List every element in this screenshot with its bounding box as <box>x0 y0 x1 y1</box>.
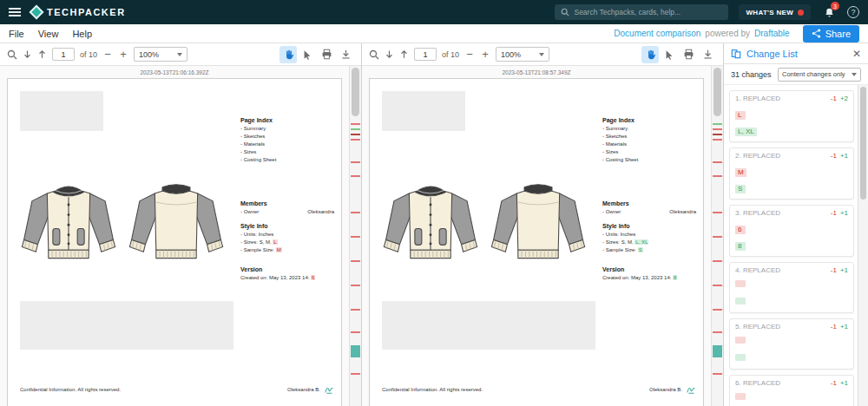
change-marker <box>351 161 360 163</box>
added-highlight: L, XL <box>635 239 648 245</box>
previous-match-icon[interactable] <box>37 49 47 59</box>
right-viewer-toolbar: of 10 − + 100% <box>362 43 723 66</box>
zoom-in-button[interactable]: + <box>480 49 490 60</box>
page-number-input[interactable] <box>414 48 437 61</box>
zoom-out-button[interactable]: − <box>102 49 113 60</box>
change-marker <box>351 139 360 141</box>
added-highlight: S <box>638 247 643 252</box>
change-list-scrollbar[interactable] <box>858 85 868 406</box>
change-marker <box>713 236 722 238</box>
page-index-item: - Materials <box>240 141 334 148</box>
jacket-back-sketch <box>126 160 227 285</box>
right-doc-scrollbar[interactable] <box>711 66 723 406</box>
menu-file[interactable]: File <box>9 29 24 39</box>
confidential-note: Confidential Information. All rights res… <box>20 387 121 392</box>
left-doc-page: Page Index - Summary - Sketches - Materi… <box>7 78 342 406</box>
page-index-section: Page Index - Summary - Sketches - Materi… <box>602 117 696 164</box>
added-count: +1 <box>840 209 848 217</box>
members-section: Members - Owner Oleksandra <box>240 200 334 216</box>
hamburger-menu-icon[interactable] <box>9 8 21 16</box>
change-marker <box>713 309 722 311</box>
change-item[interactable]: 2. REPLACED -1 +1 M S <box>729 147 854 200</box>
change-item[interactable]: 1. REPLACED -1 +2 L L, XL <box>729 90 854 142</box>
scrollbar-thumb[interactable] <box>713 68 721 116</box>
version-section: Version Created on: May 13, 2023 14: 6 <box>240 266 334 282</box>
jacket-sketches <box>18 160 227 285</box>
removed-count: -1 <box>831 379 837 387</box>
search-placeholder: Search Techpacks, cards, help... <box>574 8 681 16</box>
zoom-level-value: 100% <box>501 50 521 59</box>
left-document-viewer: of 10 − + 100% 2023-05-13T21:06:16.392Z <box>0 43 362 406</box>
old-value: M <box>735 168 746 177</box>
change-item[interactable]: 5. REPLACED -1 +1 <box>729 318 854 370</box>
removed-count: -1 <box>831 152 837 160</box>
share-button[interactable]: Share <box>803 25 859 43</box>
scrollbar-thumb[interactable] <box>352 68 359 116</box>
page-index-title: Page Index <box>602 117 696 123</box>
select-tool-button[interactable] <box>299 46 316 63</box>
notifications-button[interactable]: 3 <box>821 4 837 20</box>
print-button[interactable] <box>318 46 335 63</box>
pan-tool-button[interactable] <box>641 46 659 63</box>
page-footer: Confidential Information. All rights res… <box>20 384 334 395</box>
draftable-link[interactable]: Draftable <box>754 29 790 38</box>
global-search-input[interactable]: Search Techpacks, cards, help... <box>555 4 728 20</box>
help-button[interactable]: ? <box>847 6 859 18</box>
print-button[interactable] <box>680 46 697 63</box>
page-index-item: - Summary <box>602 125 696 133</box>
sizes-line: - Sizes: S, M, L <box>240 239 334 246</box>
change-list-scroll-area[interactable]: 1. REPLACED -1 +2 L L, XL 2. REPLACED -1… <box>724 85 868 406</box>
change-marker <box>351 236 360 238</box>
old-value: 6 <box>735 226 746 234</box>
chevron-down-icon <box>852 73 857 76</box>
find-in-document-icon[interactable] <box>369 49 379 60</box>
download-button[interactable] <box>699 46 716 63</box>
zoom-level-select[interactable]: 100% <box>134 47 187 62</box>
scrollbar-thumb[interactable] <box>860 87 866 200</box>
find-in-document-icon[interactable] <box>7 49 17 60</box>
zoom-out-button[interactable]: − <box>464 49 475 60</box>
page-index-item: - Costing Sheet <box>602 156 696 164</box>
changes-filter-select[interactable]: Content changes only <box>778 68 861 82</box>
powered-by-label: powered by <box>705 29 750 38</box>
next-match-icon[interactable] <box>23 49 32 59</box>
left-document-canvas[interactable]: 2023-05-13T21:06:16.392Z Page Index - Su… <box>0 66 349 406</box>
change-item[interactable]: 6. REPLACED -1 +1 <box>729 375 854 406</box>
signer-name: Oleksandra B. <box>649 387 682 392</box>
select-tool-button[interactable] <box>661 46 678 63</box>
previous-match-icon[interactable] <box>399 49 409 59</box>
change-marker <box>713 373 722 375</box>
pan-tool-button[interactable] <box>279 46 297 63</box>
menu-help[interactable]: Help <box>72 29 92 39</box>
close-icon[interactable]: ✕ <box>852 49 861 59</box>
members-section: Members - Owner Oleksandra <box>602 200 696 216</box>
jacket-front-sketch <box>18 160 119 285</box>
change-marker <box>713 161 722 163</box>
removed-count: -1 <box>831 209 837 217</box>
change-marker <box>713 260 722 262</box>
style-info-title: Style Info <box>602 223 696 229</box>
members-title: Members <box>602 200 696 206</box>
right-document-canvas[interactable]: 2023-05-13T21:08:57.349Z Page Index - Su… <box>362 66 711 406</box>
next-match-icon[interactable] <box>385 49 394 59</box>
content-placeholder <box>20 301 233 350</box>
change-item[interactable]: 4. REPLACED -1 +1 <box>729 262 854 313</box>
zoom-level-select[interactable]: 100% <box>496 47 549 62</box>
download-button[interactable] <box>337 46 354 63</box>
zoom-in-button[interactable]: + <box>118 49 128 60</box>
left-doc-timestamp: 2023-05-13T21:06:16.392Z <box>0 66 349 78</box>
page-number-input[interactable] <box>52 48 75 61</box>
new-value <box>735 298 746 304</box>
removed-highlight: 6 <box>311 275 315 280</box>
change-marker <box>713 212 722 213</box>
page-total-label: of 10 <box>80 50 97 59</box>
whats-new-button[interactable]: WHAT'S NEW <box>739 4 811 20</box>
left-doc-scrollbar[interactable] <box>349 66 361 406</box>
owner-value: Oleksandra <box>307 208 334 216</box>
menu-view[interactable]: View <box>38 29 59 39</box>
jacket-sketches <box>380 160 589 285</box>
change-item[interactable]: 3. REPLACED -1 +1 6 8 <box>729 205 854 257</box>
techpacker-logo[interactable]: TECHPACKER <box>31 7 126 17</box>
change-marker <box>351 309 360 311</box>
change-marker <box>713 128 722 130</box>
